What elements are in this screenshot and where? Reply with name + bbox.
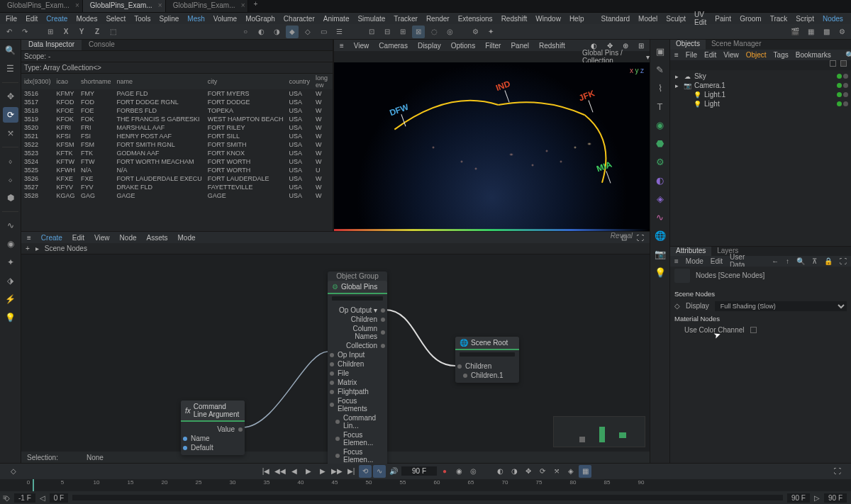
tab-console[interactable]: Console (82, 40, 122, 50)
port[interactable]: Matrix (328, 378, 387, 387)
port[interactable]: Focus Elemen... (328, 430, 387, 447)
vp-nav-icon[interactable]: ⊞ (638, 42, 644, 50)
menu-tracker[interactable]: Tracker (394, 15, 418, 23)
text-icon[interactable]: T (653, 99, 667, 113)
opt-icon[interactable]: ⤧ (550, 465, 563, 478)
snap-icon[interactable]: ◌ (428, 26, 440, 38)
tool-icon[interactable]: ◆ (286, 26, 299, 38)
close-icon[interactable]: × (158, 1, 162, 9)
layout-groom[interactable]: Groom (740, 15, 762, 23)
layout-script[interactable]: Script (796, 15, 814, 23)
port-children[interactable]: Children (455, 362, 519, 371)
port[interactable]: Column Names (328, 324, 387, 341)
tool-icon[interactable]: ✦ (3, 254, 18, 270)
layout-track[interactable]: Track (770, 15, 788, 23)
table-row[interactable]: 3527KFYVFYVDRAKE FLDFAYETTEVILLEUSAW36 (21, 183, 333, 191)
menu-character[interactable]: Character (284, 15, 315, 23)
move-icon[interactable]: ✥ (3, 89, 18, 104)
sound-icon[interactable]: 🔊 (387, 465, 400, 478)
menu-window[interactable]: Window (535, 15, 561, 23)
vp-menu-filter[interactable]: Filter (485, 42, 501, 50)
play-icon[interactable]: ▶ (302, 465, 315, 478)
doc-tab[interactable]: GlobalPins_Exam...× (83, 0, 166, 12)
axis-gizmo[interactable]: x y z (630, 67, 644, 74)
layout-paint[interactable]: Paint (715, 15, 731, 23)
menu-simulate[interactable]: Simulate (357, 15, 385, 23)
table-row[interactable]: 3521KFSIFSIHENRY POST AAFFORT SILLUSAW34 (21, 132, 333, 140)
pen-icon[interactable]: ✎ (653, 62, 667, 77)
zero-frame-field[interactable]: 0 F (50, 493, 68, 503)
layout-standard[interactable]: Standard (601, 15, 630, 23)
field-icon[interactable]: ◈ (653, 191, 667, 206)
vp-nav-icon[interactable]: ✥ (607, 42, 613, 50)
generator-icon[interactable]: ◉ (653, 118, 667, 132)
display-select[interactable]: Full Shading (Slow) (715, 301, 847, 311)
port[interactable]: Children (328, 315, 387, 324)
add-tab-button[interactable]: + (248, 0, 262, 12)
lock-icon[interactable]: 🔒 (824, 257, 833, 265)
axis-y-button[interactable]: Y (75, 26, 88, 38)
hamburger-icon[interactable]: ≡ (674, 257, 679, 265)
menu-spline[interactable]: Spline (160, 15, 179, 23)
globe-icon[interactable]: 🌐 (653, 228, 667, 242)
port[interactable]: Focus Elements (328, 396, 387, 413)
vp-menu-display[interactable]: Display (418, 42, 441, 50)
camera-icon[interactable]: 📷 (653, 247, 667, 261)
minimap[interactable] (553, 416, 645, 447)
vp-menu-options[interactable]: Options (451, 42, 475, 50)
pin-icon[interactable]: ⊼ (812, 257, 817, 265)
range-bar[interactable] (72, 495, 783, 500)
light-icon[interactable]: 💡 (3, 310, 18, 325)
ne-menu-view[interactable]: View (94, 234, 110, 242)
tool-icon[interactable]: ⚡ (3, 291, 18, 307)
port[interactable]: Children (328, 359, 387, 369)
node-graph[interactable]: fx Command Line Argument Value Name Defa… (21, 254, 650, 452)
timeline-ruler[interactable]: 051015202530354045505560657075808590 (0, 479, 851, 492)
tab-objects[interactable]: Objects (670, 40, 706, 50)
record-icon[interactable]: ● (438, 465, 451, 478)
port-children1[interactable]: Children.1 (455, 371, 519, 380)
tool-icon[interactable]: ⬗ (3, 273, 18, 289)
vp-menu-panel[interactable]: Panel (511, 42, 529, 50)
col-header[interactable]: idx(9300) (21, 74, 54, 89)
snap-icon[interactable]: ◎ (443, 26, 456, 38)
node-global-pins[interactable]: Object Group ⚙ Global Pins Op Output ▾Ch… (328, 271, 387, 467)
tool-icon[interactable]: ▭ (317, 26, 330, 38)
render-icon[interactable]: ▩ (820, 26, 833, 38)
nav-icon[interactable]: ▸ (35, 245, 39, 252)
vp-menu-view[interactable]: View (354, 42, 369, 50)
attr-menu-mode[interactable]: Mode (686, 257, 703, 265)
tool-icon[interactable]: ☰ (333, 26, 345, 38)
port[interactable]: Op Input (328, 350, 387, 359)
expand-icon[interactable]: ⛶ (840, 257, 847, 265)
start-handle[interactable]: ◁ (40, 494, 45, 502)
opt-icon[interactable]: ▦ (579, 465, 591, 478)
redo-icon[interactable]: ↷ (18, 26, 31, 38)
layout-nodes[interactable]: Nodes (823, 15, 843, 23)
table-row[interactable]: 3524KFTWFTWFORT WORTH MEACHAMFORT WORTHU… (21, 157, 333, 166)
close-icon[interactable]: × (75, 1, 79, 9)
star-icon[interactable]: ✦ (484, 26, 497, 38)
port-default[interactable]: Default (181, 443, 245, 452)
tree-row[interactable]: ▸📷Camera.1 (673, 81, 848, 90)
render-icon[interactable]: 🎬 (789, 26, 801, 38)
prev-key-icon[interactable]: ◀◀ (274, 465, 287, 478)
search-icon[interactable]: 🔍 (3, 43, 18, 58)
obj-menu-view[interactable]: View (723, 51, 739, 59)
undo-icon[interactable]: ↶ (3, 26, 16, 38)
key-icon[interactable]: ◎ (467, 465, 479, 478)
menu-file[interactable]: File (6, 15, 17, 23)
expand-icon[interactable]: ⛶ (831, 465, 844, 478)
tree-row[interactable]: 💡Light.1 (673, 90, 848, 99)
table-row[interactable]: 3526KFXEFXEFORT LAUDERDALE EXECUFORT LAU… (21, 174, 333, 183)
tree-row[interactable]: 💡Light (673, 99, 848, 108)
current-frame-field[interactable]: 90 F (401, 466, 437, 476)
opt-icon[interactable]: ◑ (508, 465, 521, 478)
slot[interactable] (840, 60, 847, 67)
start-frame-field[interactable]: -1 F (14, 493, 35, 503)
deformer-icon[interactable]: ◐ (653, 173, 667, 187)
tool-icon[interactable]: ○ (239, 26, 252, 38)
port[interactable]: Collection (328, 341, 387, 350)
port-value[interactable]: Value (181, 425, 245, 434)
rotate-icon[interactable]: ⟳ (3, 107, 18, 123)
